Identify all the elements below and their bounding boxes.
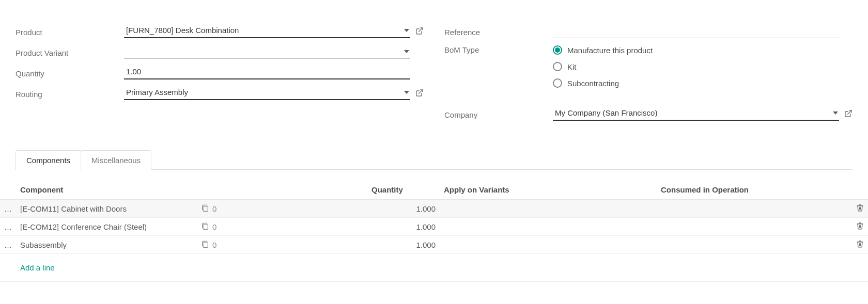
routing-label: Routing — [16, 88, 124, 99]
company-input[interactable]: My Company (San Francisco) — [553, 106, 839, 121]
delete-row-button[interactable] — [842, 236, 868, 254]
bom-type-option-subcontracting[interactable]: Subcontracting — [553, 78, 653, 88]
component-name: [E-COM11] Cabinet with Doors — [20, 204, 196, 213]
table-row[interactable]: …Subassembly 01.000 — [0, 236, 868, 254]
external-link-icon[interactable] — [844, 109, 853, 118]
drag-handle-icon[interactable]: … — [0, 218, 16, 236]
caret-down-icon[interactable] — [833, 111, 838, 115]
component-cell[interactable]: [E-COM12] Conference Chair (Steel) 0 — [16, 218, 367, 236]
apply-variants-cell[interactable] — [440, 218, 657, 236]
quantity-input[interactable]: 1.00 — [124, 65, 410, 79]
pack-badge[interactable]: 0 — [201, 204, 216, 213]
trash-icon — [856, 222, 864, 230]
routing-value: Primary Assembly — [126, 88, 188, 97]
routing-input[interactable]: Primary Assembly — [124, 86, 410, 100]
bom-type-option-label: Manufacture this product — [567, 46, 653, 55]
apply-variants-cell[interactable] — [440, 200, 657, 218]
product-value: [FURN_7800] Desk Combination — [126, 26, 239, 35]
bom-type-radio-group: Manufacture this product Kit Subcontract… — [553, 43, 653, 88]
left-column: Product [FURN_7800] Desk Combination Pro… — [16, 21, 424, 124]
svg-line-2 — [848, 110, 851, 114]
product-label: Product — [16, 26, 124, 37]
pack-count: 0 — [212, 204, 216, 213]
th-component: Component — [16, 180, 367, 200]
product-variant-label: Product Variant — [16, 46, 124, 57]
svg-rect-5 — [203, 243, 208, 247]
right-column: Reference BoM Type Manufacture this prod… — [444, 21, 853, 124]
radio-unchecked-icon — [553, 62, 562, 71]
th-consumed: Consumed in Operation — [657, 180, 842, 200]
tab-miscellaneous[interactable]: Miscellaneous — [81, 150, 151, 170]
th-quantity: Quantity — [367, 180, 440, 200]
quantity-value: 1.00 — [126, 67, 141, 76]
company-value: My Company (San Francisco) — [555, 108, 657, 117]
component-name: Subassembly — [20, 241, 196, 249]
tab-components[interactable]: Components — [16, 150, 81, 170]
caret-down-icon[interactable] — [404, 91, 409, 94]
company-label: Company — [444, 108, 553, 119]
caret-down-icon[interactable] — [404, 50, 409, 53]
quantity-cell[interactable]: 1.000 — [367, 218, 440, 236]
product-variant-input[interactable] — [124, 44, 410, 59]
drag-handle-icon[interactable]: … — [0, 200, 16, 218]
reference-label: Reference — [444, 26, 553, 37]
trash-icon — [856, 240, 864, 248]
svg-line-0 — [419, 28, 423, 31]
copy-icon — [201, 241, 209, 249]
pack-badge[interactable]: 0 — [201, 241, 216, 249]
component-cell[interactable]: Subassembly 0 — [16, 236, 367, 254]
product-input[interactable]: [FURN_7800] Desk Combination — [124, 24, 410, 38]
consumed-cell[interactable] — [657, 200, 842, 218]
copy-icon — [201, 222, 209, 231]
external-link-icon[interactable] — [415, 27, 424, 35]
bom-type-label: BoM Type — [444, 43, 553, 54]
quantity-cell[interactable]: 1.000 — [367, 200, 440, 218]
trash-icon — [856, 204, 864, 212]
reference-input[interactable] — [553, 24, 839, 38]
tab-bar: Components Miscellaneous — [16, 150, 853, 170]
copy-icon — [201, 204, 209, 213]
components-table: Component Quantity Apply on Variants Con… — [0, 180, 868, 282]
bom-type-option-kit[interactable]: Kit — [553, 62, 653, 71]
delete-row-button[interactable] — [842, 200, 868, 218]
consumed-cell[interactable] — [657, 236, 842, 254]
table-row[interactable]: …[E-COM12] Conference Chair (Steel) 01.0… — [0, 218, 868, 236]
bom-type-option-label: Subcontracting — [567, 79, 619, 88]
svg-line-1 — [419, 90, 423, 93]
radio-checked-icon — [553, 45, 562, 55]
quantity-cell[interactable]: 1.000 — [367, 236, 440, 254]
bom-type-option-manufacture[interactable]: Manufacture this product — [553, 45, 653, 55]
external-link-icon[interactable] — [415, 89, 424, 97]
drag-handle-icon[interactable]: … — [0, 236, 16, 254]
caret-down-icon[interactable] — [404, 29, 409, 32]
pack-badge[interactable]: 0 — [201, 222, 216, 231]
component-cell[interactable]: [E-COM11] Cabinet with Doors 0 — [16, 200, 367, 218]
pack-count: 0 — [212, 241, 216, 249]
table-row[interactable]: …[E-COM11] Cabinet with Doors 01.000 — [0, 200, 868, 218]
quantity-label: Quantity — [16, 67, 124, 78]
add-line-button[interactable]: Add a line — [20, 258, 864, 277]
svg-rect-4 — [203, 225, 208, 229]
consumed-cell[interactable] — [657, 218, 842, 236]
th-apply-variants: Apply on Variants — [440, 180, 657, 200]
component-name: [E-COM12] Conference Chair (Steel) — [20, 222, 196, 231]
delete-row-button[interactable] — [842, 218, 868, 236]
svg-rect-3 — [203, 206, 208, 211]
apply-variants-cell[interactable] — [440, 236, 657, 254]
bom-type-option-label: Kit — [567, 62, 577, 71]
radio-unchecked-icon — [553, 78, 562, 88]
pack-count: 0 — [212, 222, 216, 231]
